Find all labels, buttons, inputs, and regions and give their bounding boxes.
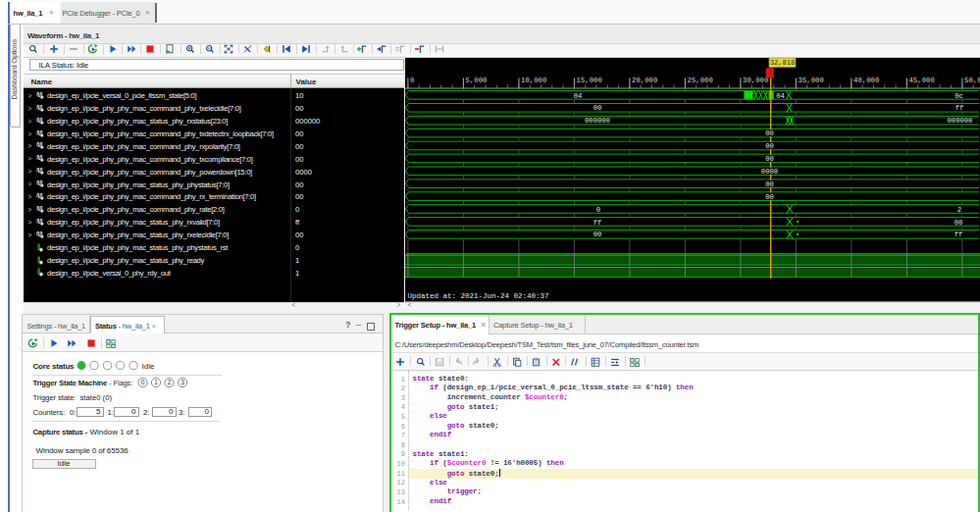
svg-text:3: 3 xyxy=(181,379,184,385)
svg-text:1: 1 xyxy=(154,379,158,385)
svg-text:ff: ff xyxy=(954,230,963,238)
svg-text:Updated at: 2021-Jun-24 02:40:: Updated at: 2021-Jun-24 02:40:37 xyxy=(408,292,549,300)
svg-text:ff: ff xyxy=(955,104,964,112)
svg-text:00: 00 xyxy=(593,104,602,112)
svg-text:30,000: 30,000 xyxy=(743,77,768,84)
svg-text:00: 00 xyxy=(765,155,774,163)
svg-text:00: 00 xyxy=(765,193,774,201)
svg-text:000000: 000000 xyxy=(585,117,610,125)
svg-text:0: 0 xyxy=(410,77,414,84)
svg-text:04: 04 xyxy=(776,92,785,100)
svg-text:0c: 0c xyxy=(954,92,963,100)
svg-text:40,000: 40,000 xyxy=(853,77,879,84)
svg-text:000000: 000000 xyxy=(948,117,973,125)
svg-text:00: 00 xyxy=(765,180,774,188)
svg-text:20,000: 20,000 xyxy=(632,77,657,84)
svg-text:0: 0 xyxy=(596,206,600,214)
svg-text:00: 00 xyxy=(593,230,602,238)
svg-text:45,000: 45,000 xyxy=(909,77,935,84)
svg-text:32,818: 32,818 xyxy=(770,59,795,67)
svg-text:0000: 0000 xyxy=(761,168,778,176)
svg-text:2: 2 xyxy=(168,379,172,385)
svg-text:35,000: 35,000 xyxy=(799,77,824,84)
svg-text:0: 0 xyxy=(141,379,145,385)
svg-text:00: 00 xyxy=(765,142,774,150)
svg-text:15,000: 15,000 xyxy=(577,77,602,84)
svg-text:04: 04 xyxy=(574,92,583,100)
svg-text:25,000: 25,000 xyxy=(688,77,713,84)
svg-text:00: 00 xyxy=(765,129,774,137)
svg-text:5,000: 5,000 xyxy=(466,77,488,84)
svg-text:50,000: 50,000 xyxy=(964,77,980,84)
svg-text:00: 00 xyxy=(954,219,963,227)
svg-text:2: 2 xyxy=(957,206,961,214)
svg-text:ff: ff xyxy=(593,219,602,227)
svg-text:10,000: 10,000 xyxy=(521,77,546,84)
